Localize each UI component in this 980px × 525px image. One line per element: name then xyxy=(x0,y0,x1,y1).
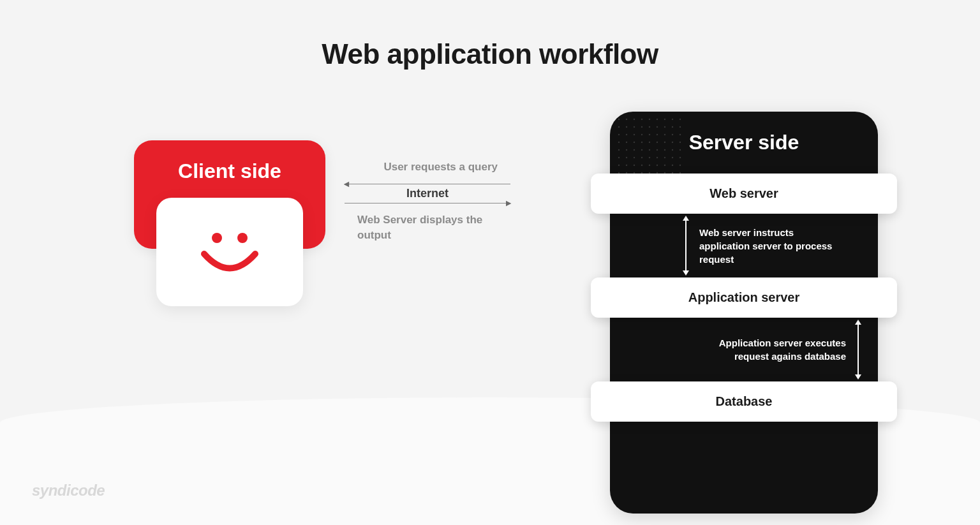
smiley-icon xyxy=(188,219,271,285)
arrow-to-server-icon: ► xyxy=(345,203,510,203)
watermark-logo: syndicode xyxy=(32,482,105,499)
app-to-db-label: Application server executes request agai… xyxy=(706,336,846,363)
internet-arrows: Internet ► xyxy=(345,184,510,203)
server-layers: Web server Web server instructs applicat… xyxy=(610,174,878,422)
diagram-title: Web application workflow xyxy=(322,38,658,70)
svg-point-1 xyxy=(237,233,248,243)
internet-connector: User requests a query Internet ► Web Ser… xyxy=(345,159,510,242)
client-side-card: Client side xyxy=(134,140,325,306)
application-server-layer: Application server xyxy=(591,277,897,318)
response-label: Web Server displays the output xyxy=(345,212,510,243)
client-side-label: Client side xyxy=(178,159,281,182)
arrow-to-client-icon xyxy=(345,184,510,184)
request-label: User requests a query xyxy=(345,159,510,175)
double-arrow-icon xyxy=(858,323,859,376)
web-to-app-label: Web server instructs application server … xyxy=(699,226,840,266)
web-to-app-gap: Web server instructs application server … xyxy=(610,214,878,277)
server-side-card: Server side Web server Web server instru… xyxy=(610,112,878,514)
database-layer: Database xyxy=(591,381,897,422)
app-to-db-gap: Application server executes request agai… xyxy=(610,318,878,381)
web-server-layer: Web server xyxy=(591,174,897,214)
svg-point-0 xyxy=(212,233,222,243)
client-face-card xyxy=(156,198,303,306)
internet-label: Internet xyxy=(345,187,510,200)
double-arrow-icon xyxy=(685,219,687,272)
